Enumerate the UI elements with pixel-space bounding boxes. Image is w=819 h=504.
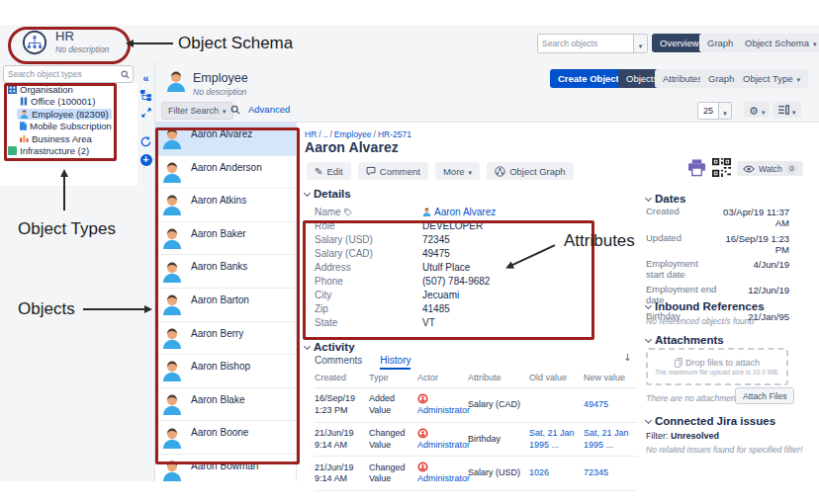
person-avatar-icon bbox=[161, 360, 183, 381]
tab-graph[interactable]: Graph bbox=[699, 34, 741, 52]
chevron-down-icon bbox=[797, 73, 801, 84]
object-list: Aaron Alvarez Aaron Anderson Aaron Atkin… bbox=[155, 123, 297, 481]
breadcrumb-schema[interactable]: HR bbox=[305, 129, 317, 139]
search-icon bbox=[121, 70, 133, 79]
add-object-icon[interactable] bbox=[140, 154, 152, 166]
activity-section-header[interactable]: Activity bbox=[305, 341, 355, 353]
annotation-attributes: Attributes bbox=[564, 231, 635, 251]
breadcrumb-type[interactable]: Employee bbox=[334, 129, 372, 139]
print-icon[interactable] bbox=[687, 159, 706, 177]
search-object-types-input[interactable]: Search object types bbox=[3, 65, 134, 83]
annotation-objects: Objects bbox=[18, 299, 75, 319]
insight-app-screenshot: HR No description Search objects Overvie… bbox=[0, 0, 819, 504]
actor-link[interactable]: Administrator bbox=[417, 405, 462, 417]
tab-history[interactable]: History bbox=[380, 355, 410, 370]
comment-button[interactable]: Comment bbox=[358, 162, 428, 180]
mobile-subscription-icon bbox=[20, 122, 27, 130]
chevron-down-icon bbox=[718, 103, 731, 119]
history-table: Created Type Actor Attribute Old value N… bbox=[315, 370, 637, 491]
schema-name[interactable]: HR bbox=[55, 29, 74, 43]
sidebar-item-business-area[interactable]: Business Area bbox=[0, 132, 137, 145]
list-item[interactable]: Aaron Blake bbox=[155, 388, 296, 422]
more-button[interactable]: More bbox=[435, 162, 480, 180]
person-avatar-icon bbox=[161, 294, 183, 315]
history-table-header: Created Type Actor Attribute Old value N… bbox=[315, 370, 637, 388]
qr-code-icon[interactable] bbox=[712, 158, 731, 177]
list-item[interactable]: Aaron Anderson bbox=[155, 156, 296, 190]
list-item[interactable]: Aaron Berry bbox=[155, 322, 296, 356]
list-item[interactable]: Aaron Baker bbox=[155, 222, 296, 256]
tab-comments[interactable]: Comments bbox=[315, 355, 362, 370]
organisation-icon bbox=[8, 85, 17, 94]
object-schema-menu[interactable]: Object Schema bbox=[737, 34, 819, 52]
sidebar-item-employee[interactable]: Employee (82309) bbox=[0, 108, 137, 121]
sidebar-item-infrastructure[interactable]: Infrastructure (2) bbox=[0, 145, 137, 158]
sidebar-item-organisation[interactable]: Organisation bbox=[0, 83, 137, 96]
object-type-menu[interactable]: Object Type bbox=[735, 69, 808, 88]
office-icon bbox=[20, 97, 28, 106]
attachments-header[interactable]: Attachments bbox=[646, 334, 724, 346]
attribute-row: Name Aaron Alvarez bbox=[315, 206, 621, 219]
watch-button[interactable]: Watch 0 bbox=[737, 161, 803, 176]
person-avatar-icon bbox=[161, 427, 183, 449]
breadcrumb-key[interactable]: HR-2571 bbox=[378, 129, 411, 139]
list-item[interactable]: Aaron Bowman bbox=[155, 455, 296, 481]
breadcrumb-up[interactable]: .. bbox=[323, 129, 328, 139]
object-side-panel: Watch 0 Dates Created03/Apr/19 11:37 AM … bbox=[643, 123, 819, 481]
list-item[interactable]: Aaron Atkins bbox=[155, 189, 296, 222]
list-item[interactable]: Aaron Boone bbox=[155, 421, 296, 455]
collapse-icon[interactable] bbox=[142, 73, 148, 83]
list-item[interactable]: Aaron Barton bbox=[155, 289, 296, 322]
person-avatar-icon bbox=[161, 227, 183, 249]
view-switcher-button[interactable] bbox=[773, 102, 801, 118]
create-object-button[interactable]: Create Object bbox=[550, 69, 627, 88]
person-avatar-icon bbox=[161, 194, 183, 215]
list-item[interactable]: Aaron Alvarez bbox=[155, 123, 296, 156]
details-section-header[interactable]: Details bbox=[305, 188, 351, 200]
search-objects-input[interactable]: Search objects bbox=[537, 34, 648, 53]
schema-description: No description bbox=[55, 44, 109, 54]
chevron-down-icon[interactable] bbox=[633, 35, 647, 52]
dates-section-header[interactable]: Dates bbox=[646, 193, 685, 205]
sidebar-item-mobile-subscription[interactable]: Mobile Subscription bbox=[0, 121, 137, 133]
attribute-row: Phone(507) 784-9682 bbox=[315, 274, 621, 288]
jira-filter: Filter: Unresolved bbox=[646, 431, 719, 441]
file-drop-zone[interactable]: Drop files to attach The maximum file up… bbox=[646, 348, 788, 385]
settings-button[interactable] bbox=[744, 102, 770, 118]
search-objects-placeholder: Search objects bbox=[538, 39, 633, 48]
filter-search-button[interactable]: Filter Search bbox=[161, 102, 233, 120]
sidebar-item-office[interactable]: Office (100001) bbox=[0, 96, 137, 109]
list-item[interactable]: Aaron Bishop bbox=[155, 355, 296, 388]
edit-button[interactable]: Edit bbox=[307, 162, 351, 180]
attribute-row: CityJecuami bbox=[315, 288, 621, 301]
attach-files-button[interactable]: Attach Files bbox=[735, 387, 794, 404]
business-area-icon bbox=[20, 134, 29, 142]
expand-icon[interactable] bbox=[141, 108, 151, 118]
person-avatar-icon bbox=[161, 460, 183, 481]
chevron-down-icon bbox=[469, 166, 473, 177]
label-tag-icon bbox=[344, 209, 352, 216]
administrator-avatar-icon bbox=[417, 462, 428, 472]
page-title: Aaron Alvarez bbox=[305, 139, 399, 155]
connected-jira-issues-header[interactable]: Connected Jira issues bbox=[646, 415, 775, 427]
object-link[interactable]: Aaron Alvarez bbox=[434, 207, 496, 217]
chevron-down-icon bbox=[645, 194, 652, 201]
list-item[interactable]: Aaron Banks bbox=[155, 255, 296, 289]
chevron-down-icon bbox=[813, 38, 817, 48]
hierarchy-icon[interactable] bbox=[140, 90, 151, 101]
sort-descending-icon[interactable] bbox=[623, 352, 631, 363]
advanced-search-link[interactable]: Advanced bbox=[248, 104, 290, 115]
object-graph-button[interactable]: Object Graph bbox=[487, 162, 574, 180]
actor-link[interactable]: Administrator bbox=[417, 440, 462, 452]
watch-icon bbox=[743, 165, 755, 173]
administrator-avatar-icon bbox=[417, 428, 428, 439]
actor-link[interactable]: Administrator bbox=[417, 473, 462, 485]
table-row: 21/Jun/19 9:14 AM Changed Value Administ… bbox=[315, 457, 637, 491]
object-schema-icon[interactable] bbox=[22, 30, 47, 55]
refresh-icon[interactable] bbox=[140, 136, 151, 147]
date-row: Updated16/Sep/19 1:23 PM bbox=[646, 233, 789, 255]
object-actions: Edit Comment More Object Graph bbox=[307, 162, 574, 180]
inbound-references-header[interactable]: Inbound References bbox=[646, 300, 765, 312]
page-size-select[interactable]: 25 bbox=[697, 102, 732, 120]
search-icon[interactable] bbox=[230, 105, 240, 115]
